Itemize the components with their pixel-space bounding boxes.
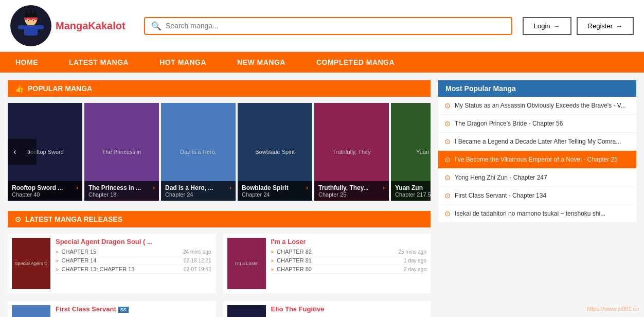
most-popular-header: Most Popular Manga xyxy=(438,80,636,97)
search-input[interactable] xyxy=(166,22,505,30)
latest-section-header: ⊙ LATEST MANGA RELEASES xyxy=(8,211,431,227)
left-column: 👍 POPULAR MANGA ‹ › Rooftop Sword Roofto… xyxy=(8,80,431,317)
most-popular-list: ⊙ My Status as an Assassin Obviously Exc… xyxy=(438,97,636,223)
chapter-time: 02-18 12:21 xyxy=(184,258,211,263)
popular-list-item[interactable]: ⊙ My Status as an Assassin Obviously Exc… xyxy=(438,97,636,115)
circle-arrow-icon: ⊙ xyxy=(444,209,451,218)
release-chapter-row: » VOL.5 CHAPTER 39: THA... 26 mins ago xyxy=(271,315,427,317)
release-item: First Class Ser First Class ServantSS » … xyxy=(8,301,216,317)
chapter-time: 25 mins ago xyxy=(399,249,426,255)
popular-section-title: POPULAR MANGA xyxy=(28,84,92,93)
popular-manga-item[interactable]: The Princess in The Princess in ... › Ch… xyxy=(84,103,159,201)
chevron-icon: » xyxy=(271,249,274,255)
release-item: I'm a Loser I'm a Loser » CHAPTER 82 25 … xyxy=(223,234,431,293)
release-thumb[interactable]: I'm a Loser xyxy=(227,238,266,289)
site-name: MangaKakalot xyxy=(56,20,126,32)
release-thumb[interactable]: First Class Ser xyxy=(12,305,50,317)
search-icon: 🔍 xyxy=(151,21,162,31)
slider-next-button[interactable]: › xyxy=(22,139,37,165)
manga-title: Bowblade Spirit xyxy=(242,184,289,191)
manga-chapter: Chapter 217.5 xyxy=(395,191,431,198)
slider-prev-button[interactable]: ‹ xyxy=(8,139,22,165)
release-title[interactable]: I'm a Loser xyxy=(271,238,427,245)
release-chapter-row: » CHAPTER 14 02-18 12:21 xyxy=(56,256,211,265)
chevron-icon: » xyxy=(56,258,59,263)
latest-section-title: LATEST MANGA RELEASES xyxy=(25,215,122,223)
chapter-link[interactable]: CHAPTER 81 xyxy=(277,257,401,263)
manga-chapter: Chapter 24 xyxy=(165,191,231,198)
most-popular-title: Most Popular Manga xyxy=(445,84,516,93)
release-thumb[interactable]: Special Agent D xyxy=(12,238,50,289)
release-chapter-row: » CHAPTER 81 1 day ago xyxy=(271,256,427,265)
chapter-time: 24 mins ago xyxy=(183,249,211,255)
circle-arrow-icon: ⊙ xyxy=(15,215,21,223)
popular-item-text: I Became a Legend a Decade Later After T… xyxy=(455,138,630,145)
release-title[interactable]: First Class ServantSS xyxy=(56,305,211,313)
popular-item-text: The Dragon Prince's Bride - Chapter 56 xyxy=(455,120,630,127)
main-nav: HOME LATEST MANGA HOT MANGA NEW MANGA CO… xyxy=(0,52,644,73)
popular-list-item[interactable]: ⊙ I Became a Legend a Decade Later After… xyxy=(438,133,636,151)
manga-chapter: Chapter 18 xyxy=(88,191,155,198)
popular-item-text: First Class Servant - Chapter 134 xyxy=(455,192,630,199)
chevron-icon: » xyxy=(271,258,274,263)
nav-latest[interactable]: LATEST MANGA xyxy=(53,52,144,73)
release-info: Special Agent Dragon Soul ( ... » CHAPTE… xyxy=(56,238,211,289)
chevron-icon: » xyxy=(56,249,59,255)
popular-item-text: I've Become the Villainous Emperor of a … xyxy=(455,156,630,163)
popular-list-item[interactable]: ⊙ The Dragon Prince's Bride - Chapter 56 xyxy=(438,115,636,133)
arrow-icon: → xyxy=(616,22,622,30)
release-thumb[interactable]: Elio The Fugiti xyxy=(227,305,266,317)
release-info: I'm a Loser » CHAPTER 82 25 mins ago » C… xyxy=(271,238,427,289)
popular-manga-item[interactable]: Dad is a Hero, Dad is a Hero, ... › Chap… xyxy=(161,103,236,201)
release-chapter-row: » CHAPTER 15 24 mins ago xyxy=(56,248,211,256)
arrow-icon: › xyxy=(76,184,78,191)
chapter-link[interactable]: CHAPTER 13: CHAPTER 13 xyxy=(62,266,181,272)
right-column: Most Popular Manga ⊙ My Status as an Ass… xyxy=(431,80,636,317)
nav-new[interactable]: NEW MANGA xyxy=(222,52,301,73)
auth-buttons: Login → Register → xyxy=(523,17,634,35)
ss-badge: SS xyxy=(118,307,129,313)
nav-hot[interactable]: HOT MANGA xyxy=(144,52,222,73)
circle-arrow-icon: ⊙ xyxy=(444,191,451,200)
logo-image xyxy=(10,5,51,46)
popular-item-text: Yong Heng Zhi Zun - Chapter 247 xyxy=(455,174,630,181)
arrow-icon: › xyxy=(153,184,155,191)
chapter-time: 02-07 19:42 xyxy=(184,267,211,272)
arrow-icon: › xyxy=(306,184,308,191)
chapter-link[interactable]: CHAPTER 15 xyxy=(62,249,180,255)
login-button[interactable]: Login → xyxy=(523,17,571,35)
popular-manga-item[interactable]: Yuan Zun Yuan Zun › Chapter 217.5 xyxy=(391,103,431,201)
popular-list-item[interactable]: ⊙ Isekai de tadahitori no mamono tsukai … xyxy=(438,205,636,223)
register-label: Register xyxy=(588,22,613,30)
nav-completed[interactable]: COMPLETED MANGA xyxy=(301,52,410,73)
chapter-link[interactable]: CHAPTER 14 xyxy=(62,257,181,263)
release-chapter-row: » CHAPTER 13: CHAPTER 13 02-07 19:42 xyxy=(56,265,211,274)
popular-list-item[interactable]: ⊙ Yong Heng Zhi Zun - Chapter 247 xyxy=(438,169,636,187)
search-area: 🔍 xyxy=(144,17,512,35)
popular-manga-item[interactable]: Bowblade Spirit Bowblade Spirit › Chapte… xyxy=(238,103,312,201)
slider-track: Rooftop Sword Rooftop Sword ... › Chapte… xyxy=(8,103,431,201)
release-title[interactable]: Special Agent Dragon Soul ( ... xyxy=(56,238,211,245)
circle-arrow-icon: ⊙ xyxy=(444,173,451,182)
nav-home[interactable]: HOME xyxy=(0,52,53,73)
popular-item-text: My Status as an Assassin Obviously Excee… xyxy=(455,102,630,109)
popular-list-item[interactable]: ⊙ I've Become the Villainous Emperor of … xyxy=(438,151,636,169)
popular-list-item[interactable]: ⊙ First Class Servant - Chapter 134 xyxy=(438,187,636,205)
popular-manga-item[interactable]: Truthfully, They Truthfully, They... › C… xyxy=(314,103,389,201)
release-info: Elio The Fugitive » VOL.5 CHAPTER 39: TH… xyxy=(271,305,427,317)
chapter-time: 1 day ago xyxy=(404,258,426,263)
releases-grid: Special Agent D Special Agent Dragon Sou… xyxy=(8,234,431,317)
manga-chapter: Chapter 24 xyxy=(242,191,308,198)
manga-title: Truthfully, They... xyxy=(318,184,369,191)
release-chapter-row: » CHAPTER 134 26 mins ago xyxy=(56,315,211,317)
svg-point-9 xyxy=(28,20,29,21)
main-content: 👍 POPULAR MANGA ‹ › Rooftop Sword Roofto… xyxy=(0,73,644,317)
arrow-icon: › xyxy=(383,184,385,191)
chapter-link[interactable]: CHAPTER 80 xyxy=(277,266,401,272)
chevron-icon: » xyxy=(271,267,274,272)
chapter-link[interactable]: CHAPTER 82 xyxy=(277,249,395,255)
register-button[interactable]: Register → xyxy=(577,17,634,35)
svg-rect-12 xyxy=(18,25,25,29)
release-title[interactable]: Elio The Fugitive xyxy=(271,305,427,313)
svg-rect-13 xyxy=(37,25,44,29)
